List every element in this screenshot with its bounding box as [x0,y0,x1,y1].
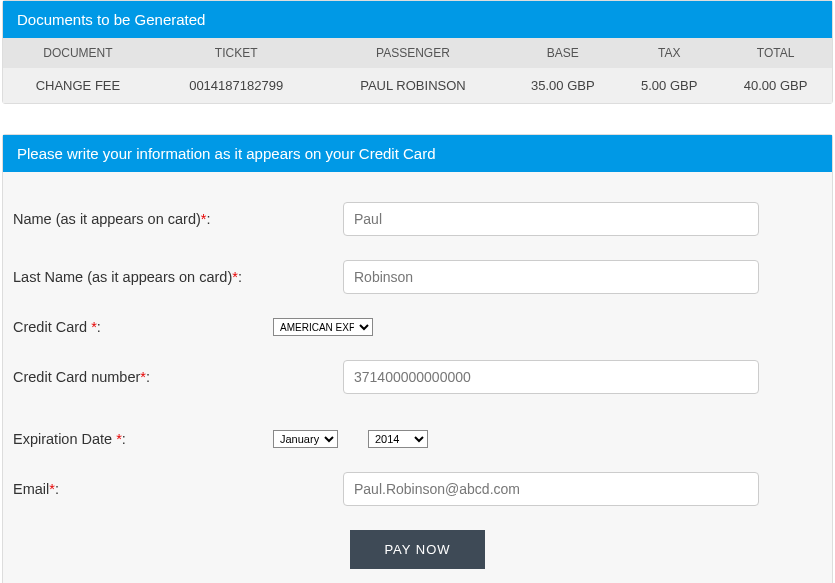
email-input[interactable] [343,472,759,506]
name-input[interactable] [343,202,759,236]
name-label-text: Name (as it appears on card) [13,211,201,227]
email-label: Email*: [13,481,273,497]
colon: : [206,211,210,227]
exp-year-select[interactable]: 2014 [368,430,428,448]
lastname-label: Last Name (as it appears on card)*: [13,269,273,285]
documents-table: DOCUMENT TICKET PASSENGER BASE TAX TOTAL… [3,38,832,103]
col-tax: TAX [619,38,719,68]
ccnum-input[interactable] [343,360,759,394]
exp-label-text: Expiration Date [13,431,116,447]
ccnum-label: Credit Card number*: [13,369,273,385]
ccnum-label-text: Credit Card number [13,369,140,385]
table-row: CHANGE FEE 0014187182799 PAUL ROBINSON 3… [3,68,832,103]
email-label-text: Email [13,481,49,497]
colon: : [146,369,150,385]
pay-button-row: PAY NOW [13,530,822,569]
row-ccnum: Credit Card number*: [13,360,822,394]
cell-base: 35.00 GBP [506,68,619,103]
cell-passenger: PAUL ROBINSON [319,68,506,103]
cell-total: 40.00 GBP [719,68,832,103]
lastname-input[interactable] [343,260,759,294]
cc-panel-title: Please write your information as it appe… [3,135,832,172]
cctype-select[interactable]: AMERICAN EXPRESS [273,318,373,336]
colon: : [238,269,242,285]
col-total: TOTAL [719,38,832,68]
col-ticket: TICKET [153,38,320,68]
cctype-label: Credit Card *: [13,319,273,335]
documents-panel-title: Documents to be Generated [3,1,832,38]
exp-label: Expiration Date *: [13,431,273,447]
row-cctype: Credit Card *: AMERICAN EXPRESS [13,318,822,336]
colon: : [122,431,126,447]
colon: : [55,481,59,497]
col-passenger: PASSENGER [319,38,506,68]
colon: : [97,319,101,335]
lastname-label-text: Last Name (as it appears on card) [13,269,232,285]
credit-card-panel: Please write your information as it appe… [2,134,833,583]
exp-month-select[interactable]: January [273,430,338,448]
table-header-row: DOCUMENT TICKET PASSENGER BASE TAX TOTAL [3,38,832,68]
row-lastname: Last Name (as it appears on card)*: [13,260,822,294]
cctype-label-text: Credit Card [13,319,91,335]
cell-document: CHANGE FEE [3,68,153,103]
row-name: Name (as it appears on card)*: [13,202,822,236]
col-base: BASE [506,38,619,68]
cell-tax: 5.00 GBP [619,68,719,103]
row-email: Email*: [13,472,822,506]
spacer [0,104,835,134]
cc-form: Name (as it appears on card)*: Last Name… [3,172,832,583]
documents-panel: Documents to be Generated DOCUMENT TICKE… [2,0,833,104]
cell-ticket: 0014187182799 [153,68,320,103]
pay-now-button[interactable]: PAY NOW [350,530,484,569]
col-document: DOCUMENT [3,38,153,68]
row-expiration: Expiration Date *: January 2014 [13,430,822,448]
name-label: Name (as it appears on card)*: [13,211,273,227]
